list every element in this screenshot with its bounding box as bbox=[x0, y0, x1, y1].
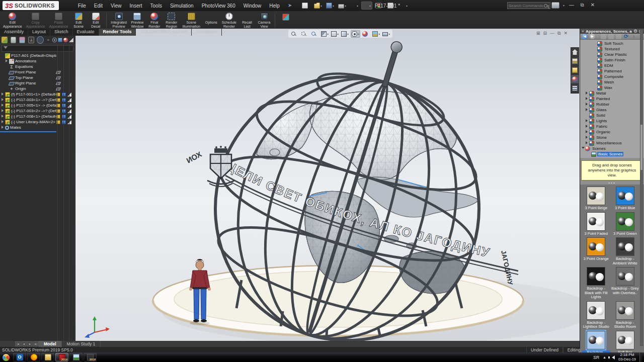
search-icon[interactable] bbox=[544, 4, 547, 8]
hud-button[interactable]: ▾ bbox=[320, 31, 329, 37]
back-button[interactable]: ◄ bbox=[582, 34, 588, 39]
taskbar-app-button[interactable] bbox=[69, 353, 83, 361]
language-indicator[interactable]: SR bbox=[593, 355, 599, 360]
appearance-tree-item[interactable]: Mesh bbox=[580, 79, 644, 85]
transparency-icon[interactable] bbox=[67, 120, 71, 124]
feature-tree-item[interactable]: (-) P117-008<1> (Default<<Defau bbox=[0, 114, 75, 119]
tree-expander-icon[interactable] bbox=[585, 119, 589, 123]
appearance-tree-item[interactable]: Painted bbox=[580, 96, 644, 102]
dropdown-caret-icon[interactable]: ▾ bbox=[327, 32, 329, 36]
quick-access-button[interactable]: ▾ bbox=[337, 3, 347, 9]
appearance-tree-item[interactable]: Satin Finish bbox=[580, 57, 644, 63]
dropdown-caret-icon[interactable]: ▾ bbox=[333, 4, 334, 8]
menu-item[interactable]: PhotoView 360 bbox=[198, 2, 239, 10]
tree-expander-icon[interactable] bbox=[585, 97, 589, 101]
component-appearance-icon[interactable] bbox=[56, 104, 60, 108]
quick-access-button[interactable]: ▾ bbox=[301, 2, 311, 9]
feature-tree-item[interactable]: (-) P117-003<1> ->? (Default<<D bbox=[0, 97, 75, 103]
model-tab[interactable]: Motion Study 1 bbox=[62, 341, 101, 347]
display-mode-icon[interactable] bbox=[62, 104, 66, 108]
plane-display-icon[interactable] bbox=[56, 76, 61, 79]
ribbon-button[interactable]: Edit Decal bbox=[87, 12, 104, 29]
thumbnails-scrollbar[interactable] bbox=[640, 30, 643, 346]
document-window-button[interactable]: ⧉ bbox=[557, 31, 560, 36]
last-tab-icon[interactable]: ▸| bbox=[33, 341, 39, 346]
gear-icon[interactable]: ⚙ bbox=[633, 29, 637, 34]
dropdown-caret-icon[interactable]: ▾ bbox=[347, 32, 349, 36]
dimxpert-tab-icon[interactable]: ⟂ bbox=[28, 37, 34, 43]
transparency-icon[interactable] bbox=[67, 104, 71, 108]
scene-thumbnail[interactable]: Backdrop - Studio Room bbox=[611, 301, 639, 329]
command-tab[interactable]: Layout bbox=[28, 29, 50, 36]
transparency-icon[interactable] bbox=[67, 109, 71, 113]
restore-button[interactable]: ⧉ bbox=[579, 2, 586, 9]
scene-thumbnail[interactable]: 3 Point Beige bbox=[582, 187, 610, 211]
menu-item[interactable]: Help bbox=[265, 2, 284, 10]
menu-item[interactable]: Window bbox=[239, 2, 266, 10]
minimize-button[interactable]: — bbox=[568, 2, 575, 9]
next-tab-icon[interactable]: ▸ bbox=[27, 341, 33, 346]
appearance-tree-item[interactable]: Metal bbox=[580, 90, 644, 96]
appearance-tree-item[interactable]: Scenes bbox=[580, 146, 644, 151]
feature-tree-item[interactable]: (f) P117-001<1> (Default<As Mac bbox=[0, 92, 75, 97]
hud-button[interactable]: ▾ bbox=[382, 31, 390, 37]
tree-expander-icon[interactable] bbox=[1, 114, 5, 119]
scene-thumbnail[interactable]: Backdrop - Grey with Overhea.. bbox=[611, 267, 639, 300]
command-tab[interactable]: SOLIDWORKS Add-Ins bbox=[136, 29, 192, 36]
hud-button[interactable]: ▾ bbox=[290, 31, 299, 37]
plane-display-icon[interactable] bbox=[56, 71, 61, 74]
appearance-tree-item[interactable]: Soft Touch bbox=[580, 41, 644, 46]
model-tab[interactable]: Model bbox=[39, 341, 62, 347]
tree-expander-icon[interactable] bbox=[5, 59, 9, 63]
photoview-360-icon[interactable] bbox=[282, 14, 289, 21]
appearance-tree-item[interactable]: Lights bbox=[580, 118, 644, 124]
display-mode-icon[interactable] bbox=[62, 93, 66, 97]
show-desktop-button[interactable] bbox=[639, 352, 642, 362]
tree-expander-icon[interactable] bbox=[585, 102, 589, 107]
menu-item[interactable]: Simulation bbox=[166, 2, 198, 10]
tree-expander-icon[interactable] bbox=[585, 108, 589, 112]
feature-tree-item[interactable]: Equations bbox=[0, 64, 75, 69]
appearance-tree-item[interactable]: Organic bbox=[580, 129, 644, 135]
configuration-manager-tab-icon[interactable] bbox=[19, 37, 25, 43]
appearance-tree-item[interactable]: Wax bbox=[580, 85, 644, 90]
hud-button[interactable]: ▾ bbox=[372, 31, 380, 37]
task-pane-tab[interactable] bbox=[571, 75, 579, 84]
taskbar-clock[interactable]: 2:18 PM 03-Dec-19 bbox=[618, 353, 636, 361]
appearance-tree-item[interactable]: Textured bbox=[580, 46, 644, 52]
component-appearance-icon[interactable] bbox=[56, 115, 60, 119]
scene-thumbnail[interactable]: 3 Point Green bbox=[611, 212, 639, 236]
command-tab[interactable]: Render Tools bbox=[99, 29, 136, 36]
quick-access-button[interactable]: ▾ bbox=[313, 2, 323, 9]
taskbar-app-button[interactable] bbox=[27, 353, 40, 361]
dropdown-caret-icon[interactable]: ▾ bbox=[358, 32, 359, 36]
appearance-tree-item[interactable]: Miscellaneous bbox=[580, 140, 644, 146]
display-mode-column-icon[interactable] bbox=[58, 38, 62, 42]
appearance-tree-item[interactable]: Rubber bbox=[580, 102, 644, 107]
prev-tab-icon[interactable]: ◂ bbox=[21, 341, 27, 346]
appearance-tree-item[interactable]: Glass bbox=[580, 107, 644, 113]
document-window-button[interactable]: — bbox=[550, 31, 554, 36]
tree-expander-icon[interactable] bbox=[585, 135, 589, 140]
feature-tree-item[interactable]: Mates bbox=[0, 125, 75, 130]
display-manager-tab-icon[interactable] bbox=[37, 37, 43, 43]
feature-tree-item[interactable]: (-) P117-005<1> -> (Default<<De bbox=[0, 103, 75, 108]
quick-access-button[interactable]: ▾ bbox=[325, 2, 335, 9]
feature-tree-item[interactable]: (-) User Library-MAN<2> (Valor p bbox=[0, 119, 75, 125]
feature-tree-item[interactable]: Front Plane bbox=[0, 69, 75, 75]
scene-thumbnail[interactable]: Backdrop - Ambient White bbox=[611, 237, 639, 265]
command-tab[interactable]: Simulation bbox=[192, 29, 221, 36]
tree-expander-icon[interactable] bbox=[581, 146, 585, 151]
start-button[interactable] bbox=[2, 353, 10, 361]
transparency-icon[interactable] bbox=[67, 98, 71, 102]
plane-display-icon[interactable] bbox=[56, 82, 61, 85]
display-mode-icon[interactable] bbox=[62, 109, 66, 113]
tree-expander-icon[interactable] bbox=[585, 130, 589, 134]
taskbar-app-button[interactable] bbox=[41, 353, 54, 361]
coat-of-arms-emblem[interactable] bbox=[207, 146, 234, 187]
hud-button[interactable]: ▾ bbox=[331, 31, 339, 37]
tree-expander-icon[interactable] bbox=[585, 91, 589, 96]
menu-item[interactable]: File bbox=[74, 2, 90, 10]
search-commands-input[interactable] bbox=[509, 4, 544, 8]
hide-show-column-icon[interactable] bbox=[52, 38, 57, 42]
